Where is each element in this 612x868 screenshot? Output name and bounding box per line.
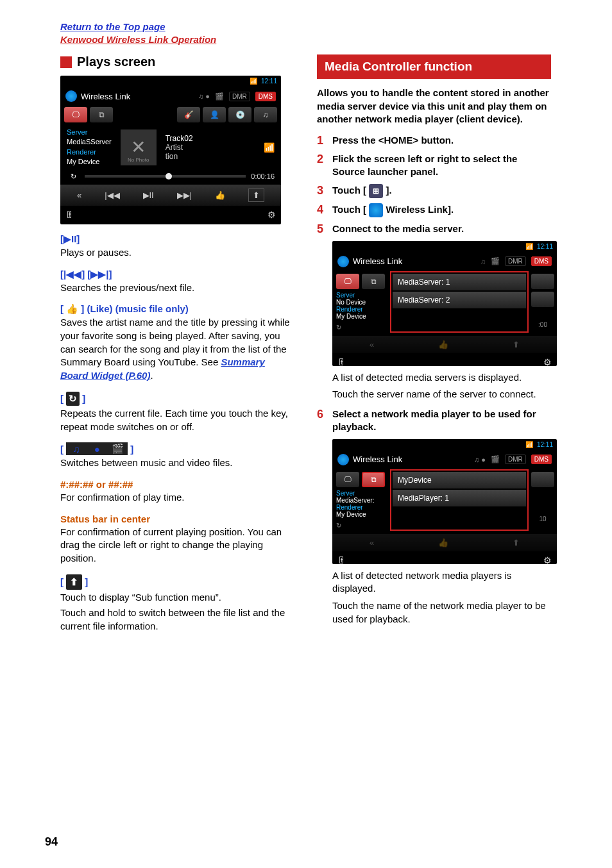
next-button[interactable]: ▶▶| — [177, 190, 192, 200]
subfn-desc2: Touch and hold to switch between the fil… — [60, 606, 294, 633]
page-number: 94 — [45, 835, 58, 849]
disc-icon[interactable]: 💿 — [228, 107, 251, 122]
no-photo-thumbnail: No Photo — [121, 129, 157, 165]
renderer-tab[interactable]: ⧉ — [90, 107, 113, 122]
mixer-icon[interactable]: 🎚 — [65, 210, 74, 220]
settings-icon[interactable]: ⚙ — [543, 357, 552, 367]
wifi-icon: 📶 — [525, 441, 533, 448]
track-name: Track02 — [166, 134, 193, 143]
return-top-link[interactable]: Return to the Top page — [60, 21, 216, 33]
sub-menu-key-icon: ⬆ — [66, 574, 82, 590]
guitar-icon[interactable]: 🎸 — [177, 107, 200, 122]
repeat-icon: ↻ — [336, 522, 386, 529]
settings-icon[interactable]: ⚙ — [268, 210, 276, 220]
like-button: 👍 — [438, 340, 448, 349]
clock: 12:11 — [261, 78, 277, 85]
list-item[interactable]: MediaServer: 1 — [393, 274, 526, 290]
server-tab[interactable]: 🖵 — [336, 472, 359, 487]
subfn-heading: [ ⬆ ] — [60, 574, 294, 590]
wireless-link-icon — [337, 256, 349, 267]
music-indicator-icon: ♫ — [480, 258, 486, 265]
time-heading: #:##:## or ##:## — [60, 479, 294, 490]
subfn-desc1: Touch to display “Sub function menu”. — [60, 591, 294, 605]
step-2: 2 Flick the screen left or right to sele… — [317, 153, 551, 179]
step6-sub1: A list of detected network media players… — [332, 569, 551, 596]
like-desc: Saves the artist name and the title by p… — [60, 316, 294, 382]
header-links: Return to the Top page Kenwood Wireless … — [60, 21, 216, 46]
step-num-3: 3 — [317, 184, 327, 198]
like-button[interactable]: 👍 — [215, 190, 225, 200]
media-server-screenshot: 📶 12:11 Wireless Link ♫ 🎬 DMR DMS — [332, 241, 557, 366]
music-icon[interactable]: ♫ — [254, 107, 277, 122]
renderer-tab[interactable]: ⧉ — [362, 472, 385, 487]
prev-button[interactable]: |◀◀ — [105, 190, 119, 200]
dms-badge: DMS — [255, 92, 276, 101]
play-time: 0:00:16 — [251, 172, 275, 180]
step-4: 4 Touch [ Wireless Link]. — [317, 203, 551, 217]
dmr-badge: DMR — [229, 92, 250, 101]
wireless-link-icon — [65, 90, 77, 102]
repeat-key-icon: ↻ — [66, 392, 80, 406]
dmr-badge: DMR — [505, 256, 526, 266]
renderer-label: Renderer — [67, 147, 112, 157]
playpause-desc: Plays or pauses. — [60, 246, 294, 260]
music-icon[interactable] — [531, 292, 554, 307]
video-icon[interactable] — [531, 472, 554, 487]
server-label: Server — [67, 128, 112, 137]
sub-menu-button: ⬆ — [513, 538, 520, 547]
media-controller-intro: Allows you to handle the content stored … — [317, 87, 551, 126]
person-icon[interactable]: 👤 — [203, 107, 226, 122]
step-6: 6 Select a network media player to be us… — [317, 408, 551, 434]
repeat-icon[interactable]: ↻ — [67, 172, 80, 181]
repeat-desc: Repeats the current file. Each time you … — [60, 407, 294, 433]
wifi-antenna-icon: 📶 — [264, 142, 275, 153]
wifi-icon: 📶 — [525, 243, 533, 250]
screen-title: Wireless Link — [81, 92, 130, 101]
music-video-switch-icon: ♫●🎬 — [66, 442, 128, 455]
renderer-tab[interactable]: ⧉ — [362, 274, 385, 289]
sub-menu-button: ⬆ — [513, 340, 520, 349]
section-link[interactable]: Kenwood Wireless Link Operation — [60, 33, 216, 46]
like-button: 👍 — [438, 538, 448, 547]
step-num-1: 1 — [317, 134, 327, 147]
step-1: 1 Press the <HOME> button. — [317, 134, 551, 147]
media-player-screenshot: 📶 12:11 Wireless Link ♫ ● 🎬 DMR DMS — [332, 439, 557, 564]
settings-icon[interactable]: ⚙ — [543, 555, 552, 565]
media-controller-heading: Media Controller function — [317, 54, 551, 79]
list-item[interactable]: MediaPlayer: 1 — [393, 490, 526, 506]
plays-screenshot: 📶 12:11 Wireless Link ♫ ● 🎬 DMR DMS 🖵 — [60, 76, 281, 224]
step-num-2: 2 — [317, 153, 327, 179]
wireless-link-app-icon — [369, 203, 383, 217]
step-3: 3 Touch [ ⊞ ]. — [317, 184, 551, 198]
renderer-value: My Device — [336, 313, 386, 320]
collapse-icon: « — [370, 538, 374, 547]
server-tab[interactable]: 🖵 — [336, 274, 359, 289]
mixer-icon[interactable]: 🎚 — [337, 357, 346, 367]
seek-heading: [|◀◀] [▶▶|] — [60, 269, 294, 280]
playpause-heading: [▶II] — [60, 233, 294, 245]
collapse-icon[interactable]: « — [77, 190, 81, 200]
mixer-icon[interactable]: 🎚 — [337, 555, 346, 565]
server-label: Server — [336, 292, 386, 299]
switch-desc: Switches between music and video files. — [60, 456, 294, 470]
sub-menu-button[interactable]: ⬆ — [248, 188, 264, 202]
list-item[interactable]: MediaServer: 2 — [393, 292, 526, 308]
plays-screen-title: Plays screen — [77, 54, 155, 69]
dmr-badge: DMR — [505, 455, 526, 464]
undo-icon[interactable] — [531, 274, 554, 289]
step-num-6: 6 — [317, 408, 327, 434]
dms-badge: DMS — [531, 256, 552, 266]
left-column: Plays screen 📶 12:11 Wireless Link ♫ ● 🎬… — [60, 54, 294, 636]
renderer-value: My Device — [336, 511, 386, 518]
time-fragment: :00 — [538, 321, 547, 328]
renderer-label: Renderer — [336, 504, 386, 511]
progress-bar[interactable] — [85, 175, 246, 178]
music-indicator-icon: ♫ ● — [474, 456, 486, 463]
list-item[interactable]: MyDevice — [393, 472, 526, 488]
step5-sub1: A list of detected media servers is disp… — [332, 371, 551, 385]
time-desc: For confirmation of play time. — [60, 491, 294, 505]
play-pause-button[interactable]: ▶II — [143, 190, 154, 200]
server-tab[interactable]: 🖵 — [64, 107, 87, 122]
step-num-5: 5 — [317, 222, 327, 236]
step6-sub2: Touch the name of the network media play… — [332, 599, 551, 626]
